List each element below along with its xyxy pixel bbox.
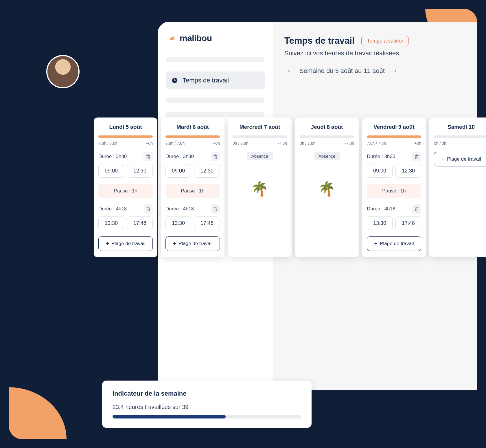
plus-icon: + <box>106 241 109 247</box>
nav-placeholder <box>166 57 265 62</box>
absence-badge: Absence <box>247 152 273 160</box>
slot-duration-label: Durée : 3h30 <box>165 154 194 159</box>
day-progress-fill <box>367 135 421 138</box>
pause-label: Pause : 1h <box>98 184 153 198</box>
day-card: Jeudi 8 août0h / 7,8h-7,8hAbsence🌴 <box>295 117 359 257</box>
indicator-progress-fill <box>113 415 226 418</box>
time-inputs: 09:0012:30 <box>367 164 421 178</box>
start-time-input[interactable]: 09:00 <box>98 164 124 178</box>
indicator-subtitle: 23.4 heures travaillées sur 39 <box>113 404 301 410</box>
day-progress-labels: 7,8h / 7,8h+0h <box>98 141 153 146</box>
nav-placeholder <box>166 112 265 117</box>
day-title: Mercredi 7 août <box>233 124 287 130</box>
delta-label: +0h <box>414 141 421 146</box>
slot-duration-row: Durée : 4h18 <box>165 204 220 214</box>
end-time-input[interactable]: 12:30 <box>194 164 220 178</box>
start-time-input[interactable]: 09:00 <box>367 164 393 178</box>
pause-label: Pause : 1h <box>367 184 421 198</box>
day-progress-bar <box>233 135 287 138</box>
delete-slot-button[interactable] <box>211 152 220 161</box>
time-inputs: 09:0012:30 <box>98 164 153 178</box>
slot-duration-label: Durée : 4h18 <box>367 206 395 212</box>
add-slot-label: Plage de travail <box>178 241 212 247</box>
delete-slot-button[interactable] <box>143 152 153 161</box>
validate-badge[interactable]: Temps à valider <box>361 36 409 46</box>
add-slot-button[interactable]: +Plage de travail <box>98 236 153 251</box>
add-slot-button[interactable]: +Plage de travail <box>367 236 421 251</box>
day-progress-bar <box>367 135 421 138</box>
page-title: Temps de travail <box>284 36 354 46</box>
slot-duration-row: Durée : 3h30 <box>367 152 421 161</box>
palm-tree-icon: 🌴 <box>233 181 287 197</box>
nav-item-time-tracking[interactable]: Temps de travail <box>166 71 265 89</box>
day-card: Vendredi 9 août7,8h / 7,8h+0hDurée : 3h3… <box>362 117 426 257</box>
delta-label: -7,8h <box>345 141 354 146</box>
end-time-input[interactable]: 17:48 <box>127 216 153 230</box>
add-slot-button[interactable]: +Plage de travail <box>165 236 220 251</box>
slot-duration-label: Durée : 4h18 <box>98 206 127 212</box>
day-progress-bar <box>165 135 220 138</box>
page-subtitle: Suivez ici vos heures de travail réalisé… <box>284 49 477 57</box>
day-progress-fill <box>98 135 153 138</box>
absence-badge: Absence <box>314 152 340 160</box>
slot-duration-row: Durée : 3h30 <box>98 152 153 161</box>
day-progress-bar <box>98 135 153 138</box>
day-title: Vendredi 9 août <box>367 124 421 130</box>
delete-slot-button[interactable] <box>412 204 421 214</box>
next-week-button[interactable] <box>391 66 400 76</box>
days-strip: Lundi 5 août7,8h / 7,8h+0hDurée : 3h3009… <box>94 117 486 257</box>
day-progress-labels: 0h / 7,8h-7,8h <box>300 141 354 146</box>
logo[interactable]: malibou <box>166 33 265 43</box>
slot-duration-row: Durée : 3h30 <box>165 152 220 161</box>
start-time-input[interactable]: 13:30 <box>367 216 393 230</box>
day-progress-bar <box>434 135 486 138</box>
indicator-progress-bar <box>113 415 301 418</box>
worked-label: 7,8h / 7,8h <box>165 141 185 146</box>
indicator-title: Indicateur de la semaine <box>113 390 301 397</box>
clock-icon <box>172 77 178 84</box>
day-progress-labels: 7,8h / 7,8h+0h <box>367 141 421 146</box>
nav-item-label: Temps de travail <box>183 77 229 84</box>
day-progress-bar <box>300 135 354 138</box>
slot-duration-row: Durée : 4h18 <box>367 204 421 214</box>
end-time-input[interactable]: 17:48 <box>194 216 220 230</box>
add-slot-label: Plage de travail <box>380 241 414 247</box>
day-title: Samedi 10 <box>434 124 486 130</box>
day-card: Mercredi 7 août0h / 7,8h-7,8hAbsence🌴 <box>228 117 292 257</box>
avatar[interactable] <box>46 55 80 88</box>
add-slot-label: Plage de travail <box>111 241 145 247</box>
delete-slot-button[interactable] <box>412 152 421 161</box>
week-navigator: Semaine du 5 août au 11 août <box>284 66 477 76</box>
day-card: Lundi 5 août7,8h / 7,8h+0hDurée : 3h3009… <box>94 117 157 257</box>
add-slot-label: Plage de travail <box>447 156 481 162</box>
day-card: Samedi 100h / 0h+Plage de travail <box>429 117 486 257</box>
time-inputs: 09:0012:30 <box>165 164 220 178</box>
day-card: Mardi 6 août7,8h / 7,8h+0hDurée : 3h3009… <box>161 117 224 257</box>
start-time-input[interactable]: 09:00 <box>165 164 191 178</box>
end-time-input[interactable]: 12:30 <box>395 164 421 178</box>
week-label: Semaine du 5 août au 11 août <box>299 67 385 75</box>
week-indicator-card: Indicateur de la semaine 23.4 heures tra… <box>102 381 312 428</box>
logo-text: malibou <box>180 33 212 43</box>
nav-placeholder <box>166 98 265 103</box>
add-slot-button[interactable]: +Plage de travail <box>434 152 486 166</box>
time-inputs: 13:3017:48 <box>165 216 220 230</box>
end-time-input[interactable]: 17:48 <box>395 216 421 230</box>
day-progress-labels: 0h / 7,8h-7,8h <box>233 141 287 146</box>
worked-label: 0h / 7,8h <box>300 141 316 146</box>
plus-icon: + <box>441 156 445 162</box>
prev-week-button[interactable] <box>284 66 294 76</box>
end-time-input[interactable]: 12:30 <box>127 164 153 178</box>
delete-slot-button[interactable] <box>143 204 153 214</box>
slot-duration-label: Durée : 3h30 <box>367 154 395 159</box>
worked-label: 0h / 0h <box>434 141 446 146</box>
plus-icon: + <box>374 241 378 247</box>
delta-label: -7,8h <box>278 141 287 146</box>
start-time-input[interactable]: 13:30 <box>165 216 191 230</box>
logo-icon <box>168 34 177 43</box>
absence-badge-wrap: Absence <box>300 152 354 160</box>
start-time-input[interactable]: 13:30 <box>98 216 124 230</box>
day-title: Lundi 5 août <box>98 124 153 130</box>
delta-label: +0h <box>213 141 220 146</box>
delete-slot-button[interactable] <box>211 204 220 214</box>
